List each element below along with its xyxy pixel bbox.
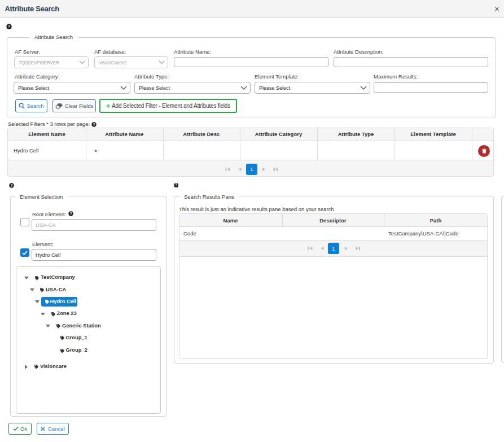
svg-text:?: ? — [175, 183, 177, 187]
svg-text:?: ? — [8, 24, 11, 29]
svg-text:?: ? — [10, 183, 12, 187]
svg-text:?: ? — [69, 212, 72, 216]
svg-text:?: ? — [93, 122, 95, 126]
